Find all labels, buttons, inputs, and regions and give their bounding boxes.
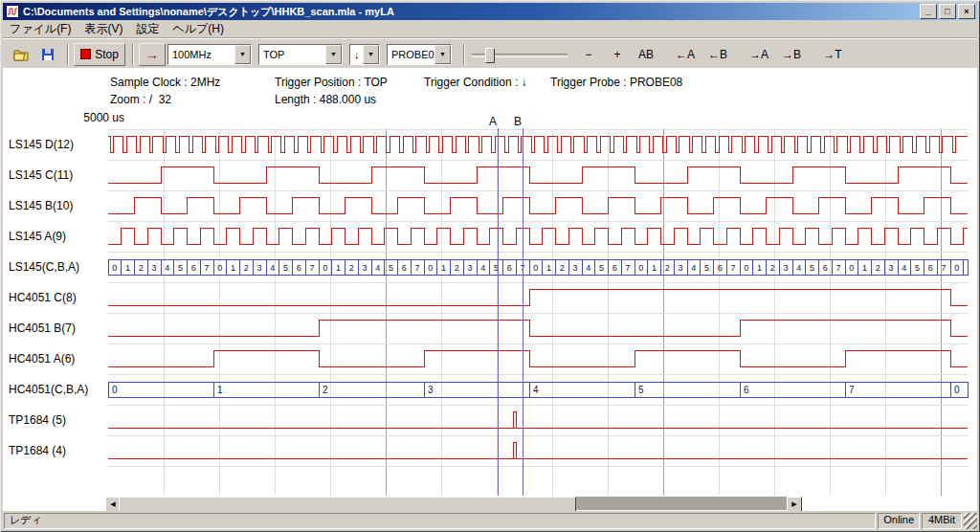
zoom-slider-thumb[interactable] [485,48,495,63]
window-title: C:\Documents and Settings\noname\デスクトップ\… [23,5,920,19]
svg-text:1: 1 [441,263,446,273]
svg-text:5: 5 [178,263,183,273]
waveform-hc4051-a6 [108,350,968,366]
svg-text:7: 7 [626,263,631,273]
zoom-readout: Zoom : / 32 [110,93,171,106]
scroll-right-button[interactable]: ▶ [787,497,802,512]
svg-text:7: 7 [942,263,947,273]
svg-text:2: 2 [323,385,328,395]
status-message: レディ [4,513,876,529]
zoom-in-button[interactable]: + [604,43,631,66]
svg-text:6: 6 [823,263,828,273]
zoom-out-button[interactable]: − [575,43,602,66]
svg-text:4: 4 [796,263,801,273]
goto-cursor-a-button[interactable]: ←A [670,43,701,66]
svg-text:6: 6 [191,263,196,273]
waveform-ls145-a9 [108,228,968,244]
scrollbar-thumb[interactable] [119,497,576,512]
svg-text:3: 3 [257,263,262,273]
app-window: C:\Documents and Settings\noname\デスクトップ\… [0,0,980,532]
minimize-button[interactable]: _ [920,4,937,19]
svg-text:2: 2 [349,263,354,273]
svg-text:6: 6 [928,263,933,273]
horizontal-scrollbar[interactable]: ◀ ▶ [105,497,802,510]
waveform-display[interactable]: 0123456701234567012345670123456701234567… [3,107,977,498]
svg-text:0: 0 [323,263,327,273]
chevron-down-icon[interactable]: ▼ [434,45,451,64]
waveform-tp1684-5 [108,411,968,428]
ab-cursors-button[interactable]: AB [633,43,659,66]
resize-grip[interactable] [964,513,977,529]
svg-text:7: 7 [310,263,315,273]
trigger-edge-select[interactable]: ↓ ▼ [349,44,380,65]
svg-text:2: 2 [244,263,249,273]
svg-text:6: 6 [744,385,749,395]
trigger-edge-select-value: ↓ [350,45,363,64]
svg-text:3: 3 [679,263,683,273]
trigger-probe-readout: Trigger Probe : PROBE08 [550,76,682,89]
svg-text:5: 5 [638,385,644,395]
sample-clock-select-value: 100MHz [168,45,234,64]
stop-button-label: Stop [95,48,119,61]
menu-help[interactable]: ヘルプ(H) [166,20,231,38]
svg-text:4: 4 [270,263,275,273]
goto-cursor-b-button[interactable]: ←B [702,43,733,66]
svg-text:7: 7 [849,385,855,395]
chevron-down-icon[interactable]: ▼ [325,45,342,64]
svg-text:0: 0 [744,263,748,273]
svg-text:2: 2 [665,263,670,273]
svg-text:4: 4 [902,263,906,273]
svg-text:4: 4 [375,263,380,273]
zoom-slider[interactable] [472,44,568,65]
cursor-b-label: B [514,115,522,128]
chevron-down-icon[interactable]: ▼ [234,45,251,64]
trigger-position-select[interactable]: TOP ▼ [258,44,343,65]
sample-clock-select[interactable]: 100MHz ▼ [167,44,252,65]
svg-text:0: 0 [954,385,960,395]
svg-text:1: 1 [652,263,657,273]
maximize-button[interactable]: □ [939,4,956,19]
svg-text:3: 3 [428,385,434,395]
menu-view[interactable]: 表示(V) [78,20,129,38]
titlebar[interactable]: C:\Documents and Settings\noname\デスクトップ\… [3,3,977,20]
close-button[interactable]: × [958,4,975,19]
svg-text:4: 4 [165,263,169,273]
trigger-probe-select[interactable]: PROBE00 ▼ [387,44,452,65]
save-button[interactable] [35,43,60,66]
menu-file[interactable]: ファイル(F) [3,20,78,38]
svg-text:0: 0 [638,263,643,273]
floppy-icon [41,48,55,61]
trigger-condition-readout: Trigger Condition : ↓ [424,76,527,89]
svg-text:5: 5 [283,263,288,273]
svg-text:0: 0 [954,263,959,273]
toolbar-separator [463,44,465,65]
move-cursor-b-button[interactable]: →B [776,43,807,66]
svg-text:6: 6 [718,263,723,273]
menu-settings[interactable]: 設定 [129,20,166,38]
open-file-button[interactable] [9,43,33,66]
toolbar: Stop → 100MHz ▼ TOP ▼ ↓ ▼ PROBE00 ▼ − + … [3,38,977,70]
svg-text:5: 5 [704,263,709,273]
svg-text:0: 0 [112,263,117,273]
svg-text:2: 2 [560,263,565,273]
run-button[interactable]: → [139,43,166,66]
svg-text:1: 1 [231,263,235,273]
waveform-ls145-d12 [108,136,968,152]
ruler-time-label: 5000 us [83,111,124,124]
svg-text:0: 0 [428,263,433,273]
svg-text:2: 2 [770,263,775,273]
waveform-hc4051-bus: 012345670 [108,382,968,397]
stop-button[interactable]: Stop [74,43,125,66]
goto-trigger-button[interactable]: →T [817,43,848,66]
svg-text:5: 5 [810,263,814,273]
chevron-down-icon[interactable]: ▼ [363,45,379,64]
svg-text:4: 4 [691,263,696,273]
svg-text:7: 7 [415,263,420,273]
svg-text:1: 1 [217,385,223,395]
move-cursor-a-button[interactable]: →A [744,43,774,66]
trigger-position-readout: Trigger Position : TOP [275,76,388,89]
svg-text:3: 3 [889,263,894,273]
trigger-probe-select-value: PROBE00 [388,45,434,64]
status-online-badge: Online [878,513,920,529]
svg-text:4: 4 [586,263,590,273]
